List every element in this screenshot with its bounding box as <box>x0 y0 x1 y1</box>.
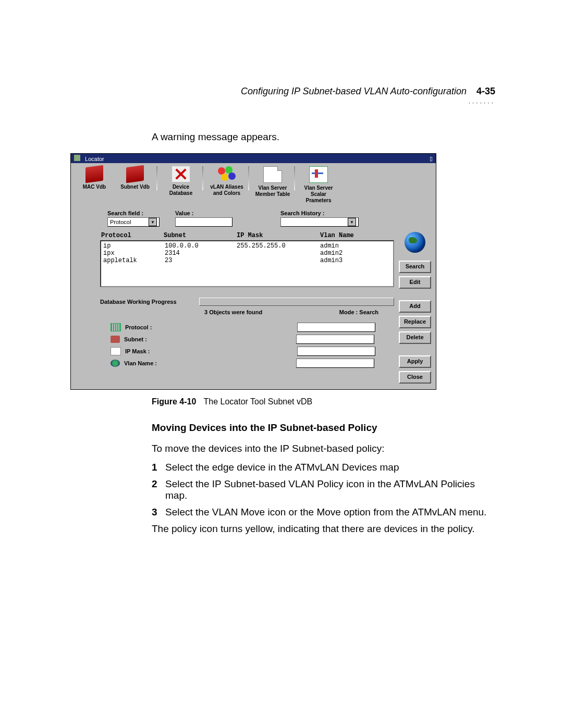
delete-button[interactable]: Delete <box>399 331 431 344</box>
list-item: 3Select the VLAN Move icon or the Move o… <box>152 507 495 518</box>
table-row[interactable]: ipx 2314 admin2 <box>103 250 391 257</box>
detail-subnet-label: Subnet : <box>124 336 171 342</box>
progress-row: Database Working Progress <box>100 298 394 306</box>
toolbar-separator <box>156 166 157 190</box>
x-icon <box>172 166 190 182</box>
col-mask: IP Mask <box>237 232 320 239</box>
col-protocol: Protocol <box>101 232 164 239</box>
search-field-group: Search field : Protocol ▼ <box>107 210 160 227</box>
document-icon <box>263 166 282 183</box>
toolbar-vlan-aliases[interactable]: vLAN Aliases and Colors <box>206 166 247 196</box>
drive-icon <box>85 165 103 183</box>
search-value-group: Value : <box>175 210 232 227</box>
search-field-combo[interactable]: Protocol ▼ <box>107 217 160 227</box>
locator-window: Locator ▯ MAC Vdb Subnet Vdb Device Data… <box>70 153 436 390</box>
figure-caption: Figure 4-10 The Locator Tool Subnet vDB <box>152 397 495 406</box>
steps-list: 1Select the edge device in the ATMvLAN D… <box>152 462 495 518</box>
slider-icon <box>309 166 328 183</box>
list-item: 2Select the IP Subnet-based VLAN Policy … <box>152 478 495 501</box>
main-area: Protocol Subnet IP Mask Vlan Name ip 100… <box>71 231 436 389</box>
list-item: 1Select the edge device in the ATMvLAN D… <box>152 462 495 473</box>
table-row[interactable]: appletalk 23 admin3 <box>103 257 391 264</box>
search-value-label: Value : <box>175 210 232 216</box>
detail-mask-input[interactable] <box>297 347 375 356</box>
titlebar: Locator ▯ <box>71 154 436 163</box>
detail-panel: Protocol : Subnet : IP Mask : <box>100 323 394 368</box>
detail-vlan-label: Vlan Name : <box>124 360 171 366</box>
colors-icon <box>218 166 236 182</box>
titlebar-right-icon: ▯ <box>430 155 433 162</box>
add-button[interactable]: Add <box>399 300 431 313</box>
search-history-combo[interactable]: ▼ <box>280 217 359 227</box>
toolbar-vlan-member[interactable]: Vlan Server Member Table <box>252 166 293 198</box>
search-history-label: Search History : <box>280 210 359 216</box>
result-listbox[interactable]: ip 100.0.0.0 255.255.255.0 admin ipx 231… <box>100 240 394 287</box>
detail-protocol-input[interactable] <box>297 323 375 332</box>
window-icon <box>74 155 80 161</box>
section-heading: Moving Devices into the IP Subnet-based … <box>152 422 495 434</box>
chevron-down-icon: ▼ <box>348 218 356 226</box>
toolbar-mac-vdb[interactable]: MAC Vdb <box>74 166 115 190</box>
found-text: 3 Objects were found <box>204 309 262 315</box>
list-columns: Protocol Subnet IP Mask Vlan Name <box>100 232 394 240</box>
apply-button[interactable]: Apply <box>399 355 431 368</box>
table-row[interactable]: ip 100.0.0.0 255.255.255.0 admin <box>103 242 391 250</box>
toolbar-device-db[interactable]: Device Database <box>161 166 201 196</box>
progress-label: Database Working Progress <box>100 299 199 305</box>
col-subnet: Subnet <box>164 232 237 239</box>
search-history-group: Search History : ▼ <box>280 210 359 227</box>
button-column: Search Edit Add Replace Delete Apply Clo… <box>398 232 432 385</box>
mode-text: Mode : Search <box>339 309 378 315</box>
globe-icon <box>405 232 425 253</box>
header-dots: ······· <box>70 99 495 107</box>
detail-vlan-icon <box>111 360 120 367</box>
edit-button[interactable]: Edit <box>399 276 431 289</box>
detail-mask-label: IP Mask : <box>125 348 172 354</box>
detail-protocol-label: Protocol : <box>125 324 172 330</box>
status-row: 3 Objects were found Mode : Search <box>100 309 394 315</box>
conclusion-text: The policy icon turns yellow, indicating… <box>152 523 495 535</box>
intro-text: A warning message appears. <box>152 131 495 143</box>
search-value-input[interactable] <box>175 217 232 227</box>
detail-mask-icon <box>111 347 121 355</box>
detail-vlan-input[interactable] <box>296 359 374 368</box>
search-field-label: Search field : <box>107 210 160 216</box>
col-vlan: Vlan Name <box>320 232 393 239</box>
toolbar: MAC Vdb Subnet Vdb Device Database vLAN … <box>71 163 436 208</box>
toolbar-subnet-vdb[interactable]: Subnet Vdb <box>115 166 155 190</box>
replace-button[interactable]: Replace <box>399 316 431 328</box>
page-header: Configuring IP Subnet-based VLAN Auto-co… <box>70 86 495 97</box>
search-field-value: Protocol <box>110 219 131 225</box>
figure-text: The Locator Tool Subnet vDB <box>204 397 313 406</box>
section-intro: To move the devices into the IP Subnet-b… <box>152 443 495 454</box>
detail-subnet-input[interactable] <box>296 335 374 344</box>
toolbar-separator <box>202 166 203 190</box>
page-number: 4-35 <box>476 86 495 96</box>
close-button[interactable]: Close <box>399 371 431 384</box>
detail-subnet-icon <box>111 336 120 343</box>
search-button[interactable]: Search <box>399 261 431 273</box>
progress-bar <box>199 298 394 306</box>
toolbar-separator <box>294 166 295 190</box>
toolbar-vlan-scalar[interactable]: Vlan Server Scalar Prameters <box>298 166 339 204</box>
figure-number: Figure 4-10 <box>152 397 196 406</box>
toolbar-separator <box>248 166 249 190</box>
search-row: Search field : Protocol ▼ Value : Search… <box>71 208 436 231</box>
window-title: Locator <box>85 156 104 162</box>
detail-protocol-icon <box>111 323 121 331</box>
header-title: Configuring IP Subnet-based VLAN Auto-co… <box>241 86 467 96</box>
drive-icon <box>126 165 144 183</box>
chevron-down-icon: ▼ <box>149 218 157 226</box>
